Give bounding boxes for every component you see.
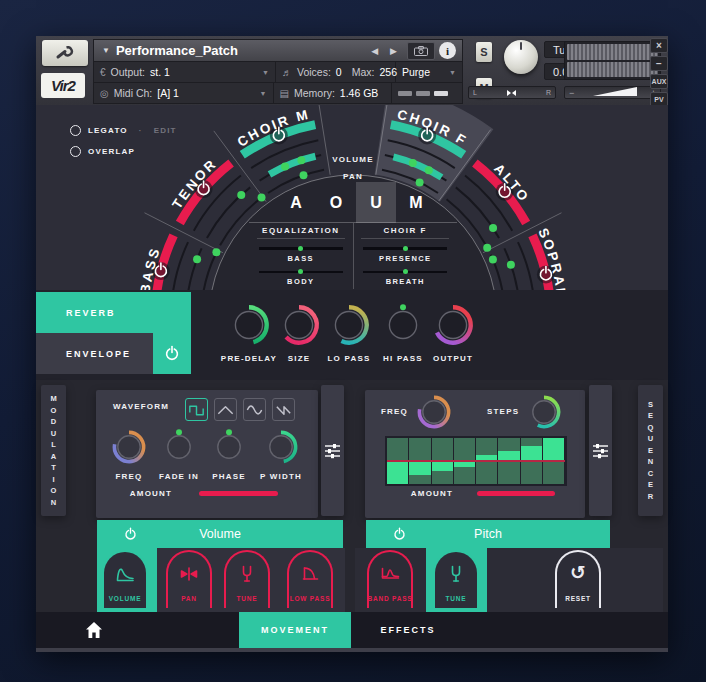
envelope-tab-label: ENVELOPE [36, 349, 131, 359]
power-icon[interactable] [392, 527, 407, 542]
bandpass-destination-button[interactable]: BAND PASS [367, 550, 413, 608]
max-label: Max: [352, 66, 375, 78]
solo-button[interactable]: S [476, 42, 492, 62]
bass-slider-label: BASS [288, 254, 314, 263]
waveform-label: WAVEFORM [113, 402, 169, 411]
minimeter-cell [392, 83, 462, 103]
legato-radio-icon[interactable] [70, 125, 81, 136]
rack-controls: × − AUX PV [650, 38, 668, 107]
seq-mixer-button[interactable] [589, 385, 612, 516]
pan-handle-icon[interactable] [506, 88, 516, 97]
vowel-u-button[interactable]: U [356, 182, 396, 223]
purge-label: Purge [402, 66, 430, 78]
lowpass-filter-icon [298, 561, 322, 585]
output-value: st. 1 [150, 66, 170, 78]
wrench-button[interactable] [42, 40, 88, 66]
mod-amount-slider[interactable] [199, 491, 278, 496]
master-tune-knob[interactable] [504, 40, 538, 74]
volume-slider[interactable]: − + [564, 86, 661, 99]
volume-wedge-handle[interactable] [593, 87, 637, 96]
power-icon[interactable] [123, 527, 138, 542]
info-button[interactable]: i [439, 42, 456, 59]
midi-dropdown-icon: ▼ [260, 90, 267, 97]
fan-volume-label: VOLUME [312, 151, 394, 168]
output-dropdown-icon: ▼ [262, 69, 269, 76]
tuning-fork-icon [444, 561, 468, 585]
seq-target-bar[interactable]: Pitch [366, 520, 610, 548]
volume-destination-button[interactable]: VOLUME [102, 550, 148, 608]
tab-sequencer[interactable]: SEQUENCER [638, 385, 663, 516]
home-icon [84, 621, 104, 639]
seq-steps-knob[interactable] [510, 393, 578, 435]
reverb-power-button[interactable] [153, 333, 191, 374]
bottom-nav [36, 612, 668, 648]
lowpass-destination-button[interactable]: LOW PASS [287, 550, 333, 608]
vowel-m-button[interactable]: M [396, 182, 436, 223]
body-slider[interactable] [259, 271, 343, 274]
pan-slider[interactable]: L R [468, 86, 556, 99]
tab-movement[interactable]: MOVEMENT [239, 612, 351, 648]
vowel-o-button[interactable]: O [316, 182, 356, 223]
pan-icon [177, 561, 201, 585]
output-label: Output: [111, 66, 145, 78]
pan-left-label: L [473, 89, 477, 96]
tab-reverb[interactable]: REVERB [36, 292, 191, 333]
volume-minus-label: − [569, 88, 574, 98]
tab-effects[interactable]: EFFECTS [367, 612, 449, 648]
sine-wave-button[interactable] [243, 398, 266, 421]
legato-toggle[interactable]: LEGATO · EDIT [70, 125, 177, 136]
square-wave-button[interactable] [185, 398, 208, 421]
choir-f-title: CHOIR F [361, 226, 449, 239]
waveform-selector [185, 398, 295, 421]
next-patch-icon[interactable]: ▶ [384, 46, 403, 56]
bandpass-filter-icon [378, 561, 402, 585]
patch-header-box: ▼ Performance_Patch ◀ ▶ i € Output: [93, 39, 463, 104]
saw-wave-button[interactable] [272, 398, 295, 421]
vowel-a-button[interactable]: A [276, 182, 316, 223]
close-icon[interactable]: × [650, 38, 668, 53]
mod-mixer-button[interactable] [321, 385, 344, 516]
seq-amount-slider[interactable] [477, 491, 555, 496]
prev-patch-icon[interactable]: ◀ [365, 46, 384, 56]
reset-button[interactable]: ↺ RESET [555, 550, 601, 608]
seq-tune-destination-button[interactable]: TUNE [433, 550, 479, 608]
step-sequencer-grid[interactable] [385, 436, 567, 486]
overlap-toggle[interactable]: OVERLAP [70, 146, 135, 157]
overlap-radio-icon[interactable] [70, 146, 81, 157]
legato-label: LEGATO [88, 126, 128, 135]
memory-icon: ▤ [280, 88, 289, 99]
tune-destination-button[interactable]: TUNE [224, 550, 270, 608]
midi-channel-select[interactable]: ◎ Midi Ch: [A] 1 ▼ [94, 83, 274, 103]
minimize-icon[interactable]: − [650, 56, 668, 71]
midi-label: Midi Ch: [114, 87, 153, 99]
output-select[interactable]: € Output: st. 1 ▼ [94, 62, 276, 82]
breath-slider[interactable] [363, 271, 447, 274]
patch-title[interactable]: Performance_Patch [116, 43, 365, 58]
pan-destination-button[interactable]: PAN [166, 550, 212, 608]
home-button[interactable] [84, 621, 106, 639]
mod-target-bar[interactable]: Volume [97, 520, 343, 548]
triangle-wave-button[interactable] [214, 398, 237, 421]
max-value: 256 [379, 66, 397, 78]
bass-slider[interactable] [259, 247, 343, 250]
seq-freq-knob[interactable] [400, 393, 468, 435]
seq-target-label: Pitch [474, 527, 502, 541]
kontakt-header: Vir2 ▼ Performance_Patch ◀ ▶ i € [36, 36, 668, 105]
output-knob[interactable]: OUTPUT [418, 302, 488, 363]
purge-menu[interactable]: Purge ▼ [396, 62, 462, 82]
snapshot-button[interactable] [407, 42, 435, 60]
tab-modulation[interactable]: MODULATION [41, 385, 66, 516]
legato-edit-link[interactable]: EDIT [154, 126, 177, 135]
memory-value: 1.46 GB [340, 87, 379, 99]
voices-icon: ♬ [282, 67, 292, 78]
mod-target-label: Volume [199, 527, 241, 541]
phase-knob[interactable]: PHASE [199, 428, 259, 481]
aux-button[interactable]: AUX [650, 74, 668, 89]
presence-slider[interactable] [363, 247, 447, 250]
patch-dropdown-icon[interactable]: ▼ [102, 46, 110, 55]
pulse-width-knob[interactable]: P WIDTH [251, 428, 311, 481]
tab-envelope[interactable]: ENVELOPE [36, 333, 153, 374]
faders-icon [324, 443, 341, 459]
voices-display: ♬ Voices: 0 Max: 256 [276, 62, 396, 82]
midi-value: [A] 1 [157, 87, 179, 99]
